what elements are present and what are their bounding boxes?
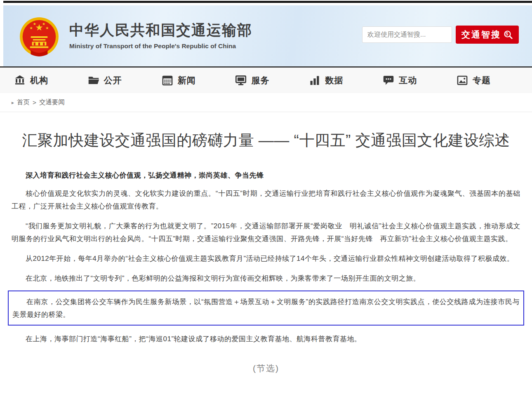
nav-label: 机构 <box>30 75 48 86</box>
nav-label: 服务 <box>251 75 269 86</box>
institution-bank-icon <box>14 75 26 86</box>
svg-text:★: ★ <box>45 26 49 30</box>
breadcrumb-separator: > <box>33 99 36 106</box>
article-paragraph: 在上海，海事部门打造“海事红船”，把“海巡01”轮建设成了移动的爱国主义教育基地… <box>12 333 520 345</box>
svg-text:S: S <box>506 32 510 36</box>
magnifier-s-icon: S <box>503 30 513 40</box>
search-button-label: 交通智搜 <box>461 29 501 40</box>
nav-label: 互动 <box>399 75 417 86</box>
nav-label: 新闻 <box>178 75 196 86</box>
article-lead: 深入培育和践行社会主义核心价值观，弘扬交通精神，崇尚英雄、争当先锋 <box>12 171 520 180</box>
article-title: 汇聚加快建设交通强国的磅礴力量 —— “十四五” 交通强国文化建设综述 <box>12 130 520 151</box>
article-paragraph-highlighted: 在南京，公交集团将公交车辆作为民生服务新场景，以“氛围营造＋场景互动＋文明服务”… <box>12 295 520 321</box>
highlighted-paragraph-box: 在南京，公交集团将公交车辆作为民生服务新场景，以“氛围营造＋场景互动＋文明服务”… <box>8 291 524 326</box>
article-paragraph: 从2012年开始，每年4月举办的“社会主义核心价值观主题实践教育月”活动已经持续… <box>12 252 520 265</box>
svg-text:★: ★ <box>33 22 36 26</box>
speech-bubble-icon <box>383 75 394 86</box>
breadcrumb-marker-icon: ▸ <box>12 100 14 105</box>
china-national-emblem-icon: ★ ★ ★ ★ ★ <box>18 16 60 59</box>
site-subtitle: Ministry of Transport of the People's Re… <box>69 42 362 50</box>
breadcrumb-home-link[interactable]: 首页 <box>17 98 30 107</box>
excerpt-note: (节选) <box>12 363 520 374</box>
main-nav: 机构 公开 新闻 服务 数据 <box>0 68 532 93</box>
article: 汇聚加快建设交通强国的磅礴力量 —— “十四五” 交通强国文化建设综述 深入培育… <box>0 130 532 374</box>
article-paragraph: “我们服务更加文明礼貌，广大乘客的行为也就更文明了。”2015年，交通运输部部署… <box>12 220 520 245</box>
search-input[interactable] <box>362 26 452 43</box>
bar-chart-icon <box>309 75 320 86</box>
site-header: ★ ★ ★ ★ ★ 中华人民共和国交通运输部 Ministry of Trans… <box>3 5 532 66</box>
nav-item-institution[interactable]: 机构 <box>14 75 48 86</box>
article-paragraph: 核心价值观是文化软实力的灵魂、文化软实力建设的重点。“十四五”时期，交通运输行业… <box>12 187 520 213</box>
open-folder-icon <box>88 75 99 86</box>
site-title: 中华人民共和国交通运输部 <box>69 22 362 38</box>
calendar-icon <box>162 75 173 86</box>
svg-text:★: ★ <box>42 22 45 26</box>
nav-item-data[interactable]: 数据 <box>309 75 343 86</box>
svg-text:★: ★ <box>30 26 33 30</box>
nav-label: 数据 <box>325 75 343 86</box>
smart-search-button[interactable]: 交通智搜 S <box>456 26 519 44</box>
nav-item-interaction[interactable]: 互动 <box>383 75 417 86</box>
nav-label: 公开 <box>104 75 122 86</box>
nav-item-public[interactable]: 公开 <box>88 75 122 86</box>
top-edge-strip <box>3 1 532 3</box>
breadcrumb-current-link[interactable]: 交通要闻 <box>39 98 65 107</box>
article-paragraph: 在北京，地铁推出了“文明专列”，色彩鲜明的公益海报和文明行为宣传画交相辉映，为乘… <box>12 272 520 285</box>
nav-item-news[interactable]: 新闻 <box>162 75 196 86</box>
nav-label: 专题 <box>473 75 491 86</box>
monitor-icon <box>235 75 247 86</box>
nav-item-topics[interactable]: 专题 <box>457 75 491 86</box>
picture-icon <box>457 75 468 86</box>
search-group: 交通智搜 S <box>362 26 519 44</box>
site-title-block: 中华人民共和国交通运输部 Ministry of Transport of th… <box>69 22 362 49</box>
nav-item-services[interactable]: 服务 <box>235 75 269 86</box>
breadcrumb: ▸ 首页 > 交通要闻 <box>0 93 532 112</box>
